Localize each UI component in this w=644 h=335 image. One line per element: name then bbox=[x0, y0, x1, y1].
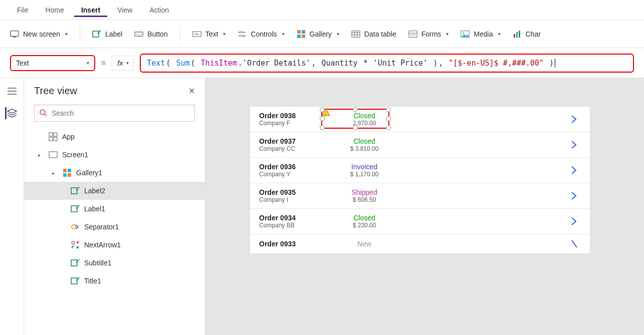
menu-action[interactable]: Action bbox=[142, 3, 176, 17]
form-icon bbox=[408, 30, 417, 39]
close-icon[interactable]: ✕ bbox=[188, 86, 195, 96]
tree-node-screen1[interactable]: ▸ Screen1 bbox=[24, 146, 205, 164]
layers-icon[interactable] bbox=[5, 107, 17, 119]
label-edit-icon bbox=[70, 186, 80, 196]
order-row[interactable]: Order 0935Company IShipped$ 606.50 bbox=[250, 183, 590, 209]
hamburger-icon[interactable] bbox=[6, 85, 18, 97]
formula-input[interactable]: Text( Sum( ThisItem.'Order Details', Qua… bbox=[140, 54, 634, 73]
screen-icon bbox=[10, 30, 19, 39]
forms-dropdown-label: Forms bbox=[421, 30, 442, 38]
property-dropdown-value: Text bbox=[16, 59, 29, 67]
gallery-preview[interactable]: Order 0938Company FClosed2,870.00Order 0… bbox=[250, 106, 590, 254]
order-row[interactable]: Order 0936Company YInvoiced$ 1,170.00 bbox=[250, 158, 590, 183]
menu-insert[interactable]: Insert bbox=[74, 3, 107, 17]
chevron-down-icon: ▾ bbox=[498, 31, 501, 37]
svg-rect-45 bbox=[71, 206, 77, 212]
label-edit-icon bbox=[70, 258, 80, 268]
tree-node-separator1[interactable]: Separator1 bbox=[24, 218, 205, 236]
tree-node-label: Screen1 bbox=[62, 151, 88, 159]
order-company: Company CC bbox=[259, 145, 319, 152]
tree-node-label: Label2 bbox=[84, 187, 105, 195]
svg-point-5 bbox=[138, 34, 139, 35]
chevron-right-icon[interactable] bbox=[571, 239, 581, 248]
ribbon-divider bbox=[80, 26, 80, 42]
forms-dropdown[interactable]: Forms ▾ bbox=[408, 30, 449, 39]
svg-line-50 bbox=[572, 240, 577, 247]
left-rail bbox=[0, 78, 24, 335]
label-edit-icon bbox=[92, 30, 101, 39]
svg-rect-1 bbox=[13, 37, 16, 37]
formula-token: "[$-en-US]$ #,###.00" bbox=[449, 59, 544, 68]
svg-text:Abc: Abc bbox=[194, 33, 199, 36]
order-id: Order 0933 bbox=[259, 240, 319, 248]
text-dropdown[interactable]: Abc Text ▾ bbox=[192, 30, 226, 39]
controls-dropdown-label: Controls bbox=[251, 30, 277, 38]
tree-node-title1[interactable]: Title1 bbox=[24, 272, 205, 290]
order-id: Order 0936 bbox=[259, 163, 319, 171]
controls-dropdown[interactable]: Controls ▾ bbox=[238, 30, 284, 39]
order-row[interactable]: Order 0937Company CCClosed$ 3,810.00 bbox=[250, 132, 590, 158]
order-company: Company F bbox=[259, 120, 319, 127]
insert-label-button[interactable]: Label bbox=[92, 30, 122, 39]
menu-file[interactable]: File bbox=[10, 3, 36, 17]
tree-node-label2[interactable]: Label2 bbox=[24, 182, 205, 200]
tree-node-label1[interactable]: Label1 bbox=[24, 200, 205, 218]
svg-rect-42 bbox=[63, 173, 67, 177]
media-dropdown[interactable]: Media ▾ bbox=[461, 30, 500, 39]
menu-view[interactable]: View bbox=[110, 3, 139, 17]
svg-rect-17 bbox=[352, 31, 360, 37]
formula-token: 'Unit Price' bbox=[373, 59, 427, 68]
formula-token: Sum bbox=[176, 59, 189, 68]
tree-node-nextarrow1[interactable]: NextArrow1 bbox=[24, 236, 205, 254]
menu-bar: File Home Insert View Action bbox=[0, 0, 644, 20]
insert-button-text: Button bbox=[147, 30, 167, 38]
tree-node-subtitle1[interactable]: Subtitle1 bbox=[24, 254, 205, 272]
tree-node-label: App bbox=[62, 133, 75, 141]
search-icon bbox=[39, 109, 47, 117]
order-id: Order 0935 bbox=[259, 188, 319, 196]
separator-icon bbox=[70, 222, 80, 232]
expander-icon: ▸ bbox=[38, 152, 44, 158]
formula-token: ) bbox=[428, 59, 438, 68]
formula-token: ) bbox=[545, 59, 554, 68]
order-price: $ 230.00 bbox=[329, 222, 399, 229]
chevron-right-icon[interactable] bbox=[571, 166, 581, 175]
order-row[interactable]: Order 0934Company BBClosed$ 230.00 bbox=[250, 209, 590, 234]
charts-dropdown[interactable]: Char bbox=[513, 30, 541, 39]
gallery-dropdown[interactable]: Gallery ▾ bbox=[297, 30, 339, 39]
svg-rect-38 bbox=[54, 137, 57, 141]
search-input[interactable] bbox=[34, 105, 195, 122]
chevron-right-icon[interactable] bbox=[571, 191, 581, 200]
svg-rect-13 bbox=[297, 30, 301, 34]
selection-box[interactable] bbox=[321, 109, 389, 129]
data-table-button[interactable]: Data table bbox=[351, 30, 396, 39]
tree-node-gallery1[interactable]: ▸ Gallery1 bbox=[24, 164, 205, 182]
formula-token: ( bbox=[191, 59, 200, 68]
order-company: Company BB bbox=[259, 222, 319, 229]
order-company: Company Y bbox=[259, 171, 319, 178]
menu-home[interactable]: Home bbox=[39, 3, 71, 17]
formula-token: .'Order Details' bbox=[238, 59, 311, 68]
chevron-right-icon[interactable] bbox=[571, 217, 581, 226]
charts-dropdown-label: Char bbox=[526, 30, 541, 38]
order-id: Order 0937 bbox=[259, 137, 319, 145]
order-row[interactable]: Order 0933New bbox=[250, 234, 590, 254]
formula-bar: Text ▾ = fx ▾ Text( Sum( ThisItem.'Order… bbox=[0, 48, 644, 78]
chevron-right-icon[interactable] bbox=[571, 115, 581, 124]
text-dropdown-label: Text bbox=[205, 30, 219, 38]
tree-node-app[interactable]: App bbox=[24, 128, 205, 146]
svg-rect-49 bbox=[71, 278, 77, 284]
property-dropdown[interactable]: Text ▾ bbox=[10, 55, 95, 71]
order-row[interactable]: Order 0938Company FClosed2,870.00 bbox=[250, 107, 590, 132]
app-canvas[interactable]: Order 0938Company FClosed2,870.00Order 0… bbox=[205, 78, 644, 335]
new-screen-button[interactable]: New screen ▾ bbox=[10, 30, 68, 39]
expander-icon: ▸ bbox=[52, 170, 58, 176]
svg-rect-27 bbox=[514, 34, 515, 38]
chevron-down-icon: ▾ bbox=[337, 31, 339, 37]
fx-button[interactable]: fx ▾ bbox=[112, 56, 134, 71]
svg-rect-15 bbox=[297, 35, 301, 38]
chevron-right-icon[interactable] bbox=[571, 140, 581, 149]
insert-button-button[interactable]: Button bbox=[134, 30, 167, 39]
data-table-label: Data table bbox=[364, 30, 396, 38]
screen-icon bbox=[48, 150, 58, 160]
